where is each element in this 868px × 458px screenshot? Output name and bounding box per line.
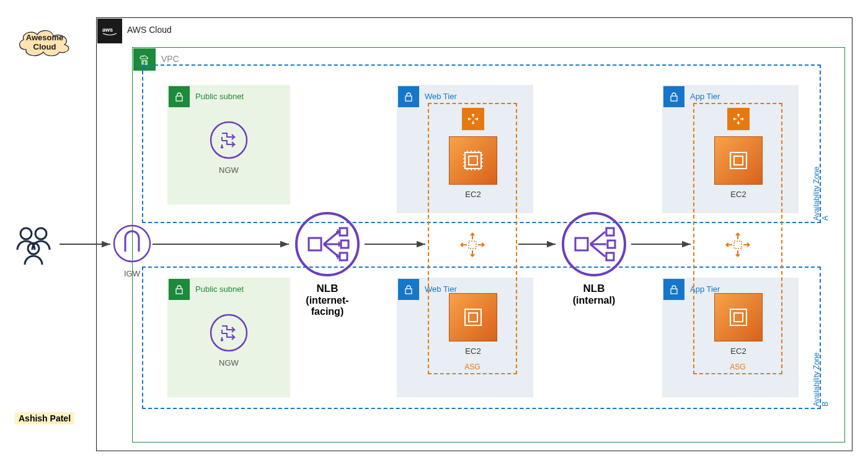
igw-label: IGW [112,269,153,278]
lock-icon [174,284,185,295]
ec2-icon [724,303,753,332]
aws-logo-box: aws [97,19,122,43]
asg-scaling-icon-web-top [462,108,484,130]
ec2-web-b-label: EC2 [446,346,500,356]
svg-rect-49 [606,228,614,236]
aws-icon: aws [101,25,118,37]
brand-badge: Awesome Cloud [14,26,76,61]
az-b-label: Availability Zone B [812,351,830,407]
scale-arrows-icon [457,229,488,260]
asg-scaling-icon-app-mid [722,229,753,260]
svg-rect-8 [405,96,412,101]
svg-rect-34 [730,152,746,169]
ec2-icon [459,303,487,332]
svg-rect-14 [465,152,481,169]
nlb-icon [560,211,627,278]
svg-point-5 [211,122,247,158]
svg-rect-43 [309,238,321,250]
nlb-external-sub: (internet-facing) [290,295,365,317]
scale-arrows-icon [722,229,753,260]
ngw-a-label: NGW [207,165,250,175]
aws-cloud-label: AWS Cloud [127,25,172,35]
scale-arrows-icon [732,112,745,126]
asg-scaling-icon-web-mid [457,229,488,260]
public-subnet-a-label: Public subnet [195,92,244,101]
web-tier-b-iconbox [398,279,419,300]
nlb-internal-name: NLB [557,283,631,295]
svg-rect-35 [734,156,743,165]
public-subnet-b-icon [169,279,190,300]
ngw-b-label: NGW [207,358,250,368]
svg-point-38 [20,228,32,239]
svg-point-39 [35,228,46,239]
svg-text:aws: aws [102,27,113,33]
ec2-icon [724,146,753,175]
svg-rect-46 [340,253,347,260]
ec2-web-a-label: EC2 [446,190,500,199]
svg-rect-32 [465,309,481,325]
svg-rect-15 [469,156,477,165]
svg-rect-50 [608,240,615,248]
nlb-icon [294,211,361,278]
az-a-label: Availability Zone A [812,165,830,221]
nlb-internal: NLB (internal) [557,211,631,306]
app-tier-a-iconbox [663,86,684,107]
nlb-external: NLB (internet-facing) [290,211,365,317]
web-tier-a-iconbox [398,86,419,107]
svg-point-7 [211,315,247,351]
ec2-web-a: EC2 [446,136,500,199]
ec2-app-a: EC2 [712,136,765,199]
svg-rect-6 [176,289,182,294]
asg-scaling-icon-app-top [727,108,750,130]
ngw-icon [210,121,248,159]
lock-icon [403,91,414,102]
lock-icon [668,91,680,102]
ngw-b: NGW [207,314,250,368]
ngw-a: NGW [207,121,250,175]
public-subnet-b-label: Public subnet [195,284,244,294]
igw-icon [113,224,151,263]
nlb-internal-sub: (internal) [557,295,631,306]
svg-rect-48 [575,238,588,250]
web-tier-a-label: Web Tier [425,92,457,101]
lock-icon [668,284,680,295]
author-label: Ashish Patel [15,412,74,425]
svg-rect-10 [671,96,677,101]
vpc-label: VPC [161,54,179,64]
svg-rect-36 [730,309,746,325]
svg-rect-45 [341,240,348,248]
ec2-web-b: EC2 [446,293,500,356]
nlb-external-name: NLB [290,283,365,295]
svg-rect-33 [469,313,477,322]
svg-rect-12 [469,241,476,249]
ec2-app-b: EC2 [712,293,765,356]
brand-name: Awesome Cloud [14,33,76,51]
users-icon [9,220,58,272]
svg-rect-13 [734,241,742,249]
igw: IGW [112,224,153,278]
asg-app-label: ASG [693,363,782,371]
svg-rect-4 [176,96,182,101]
svg-rect-44 [340,228,347,236]
public-subnet-a-icon [169,86,190,107]
ec2-app-b-label: EC2 [712,346,765,356]
lock-icon [174,91,185,102]
svg-rect-11 [671,289,677,294]
svg-rect-37 [734,313,743,322]
asg-web-label: ASG [428,363,517,371]
app-tier-a-label: App Tier [690,92,720,101]
ec2-app-a-label: EC2 [712,190,765,199]
ngw-icon [210,314,248,352]
scale-arrows-icon [466,112,480,126]
ec2-icon [459,146,487,175]
app-tier-b-iconbox [663,279,684,300]
lock-icon [403,284,414,295]
svg-rect-9 [405,289,412,294]
svg-rect-51 [606,253,614,260]
